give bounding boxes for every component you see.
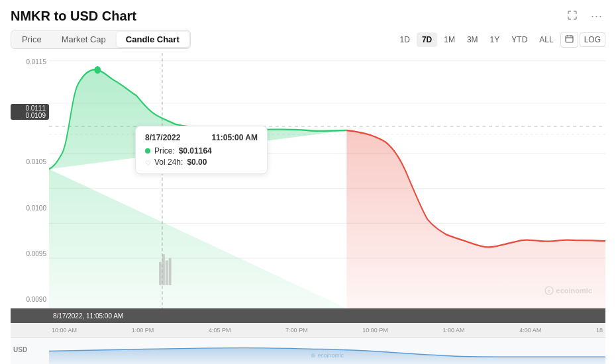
chart-header: NMKR to USD Chart ··· [11,8,605,24]
watermark: e ecoinomic [544,286,592,295]
x-label-7: 4:00 AM [519,327,541,334]
tab-market-cap[interactable]: Market Cap [52,32,115,47]
mini-chart: USD ⊕ ecoinomic [11,338,605,364]
x-label-2: 1:00 PM [132,327,154,334]
peak-dot [94,66,101,74]
vol-bar-1 [159,262,162,285]
x-axis-highlighted-label: 8/17/2022, 11:05:00 AM [49,311,127,321]
tab-price[interactable]: Price [13,32,51,47]
tooltip-time: 11:05:00 AM [211,133,258,142]
tabs-row: Price Market Cap Candle Chart 1D 7D 1M 3… [11,30,605,49]
y-label-6: 0.0090 [11,296,49,303]
timeframe-all[interactable]: ALL [534,32,558,47]
x-label-3: 4:05 PM [209,327,231,334]
price-dot-icon [145,148,150,154]
chart-area: 0.0115 0.01110.0109 0.0105 0.0100 0.0095… [11,53,605,364]
x-label-1: 10:00 AM [52,327,77,334]
mini-chart-svg: ⊕ ecoinomic [49,338,605,364]
tabs-left: Price Market Cap Candle Chart [11,30,191,49]
price-chart-svg [49,53,605,308]
vol-bar-3 [166,260,168,285]
x-labels-container: 10:00 AM 1:00 PM 4:05 PM 7:00 PM 10:00 P… [49,327,605,334]
svg-text:e: e [548,289,550,293]
red-area [346,130,605,308]
x-axis-labels: 10:00 AM 1:00 PM 4:05 PM 7:00 PM 10:00 P… [11,323,605,338]
heart-icon: ♡ [145,159,150,165]
main-chart: 0.0115 0.01110.0109 0.0105 0.0100 0.0095… [11,53,605,308]
header-icons: ··· [564,8,605,24]
tabs-right: 1D 7D 1M 3M 1Y YTD ALL LOG [395,32,605,48]
chart-body: 8/17/2022 11:05:00 AM Price: $0.01164 ♡ … [49,53,605,308]
y-axis: 0.0115 0.01110.0109 0.0105 0.0100 0.0095… [11,53,49,308]
x-label-6: 1:00 AM [443,327,465,334]
mini-watermark: ⊕ ecoinomic [311,352,344,359]
expand-button[interactable] [564,9,580,24]
y-label-4: 0.0100 [11,205,49,212]
timeframe-ytd[interactable]: YTD [506,32,533,47]
timeframe-1y[interactable]: 1Y [485,32,505,47]
more-button[interactable]: ··· [588,8,605,24]
y-label-2: 0.01110.0109 [11,104,49,120]
page-title: NMKR to USD Chart [11,9,136,24]
tooltip-datetime: 8/17/2022 11:05:00 AM [145,133,258,142]
green-area [49,69,346,308]
tooltip-date: 8/17/2022 [145,133,180,142]
timeframe-1m[interactable]: 1M [438,32,460,47]
watermark-icon: e [544,286,554,295]
mini-chart-inner: ⊕ ecoinomic [49,338,605,364]
timeframe-1d[interactable]: 1D [395,32,415,47]
y-label-3: 0.0105 [11,158,49,165]
y-label-1: 0.0115 [11,58,49,66]
x-label-8: 18 [596,327,603,334]
tooltip-price-row: Price: $0.01164 [145,146,258,156]
tab-candle-chart[interactable]: Candle Chart [117,32,189,47]
timeframe-3m[interactable]: 3M [462,32,484,47]
tooltip-vol-row: ♡ Vol 24h: $0.00 [145,158,258,167]
tooltip-price-label: Price: [154,146,175,156]
tooltip-vol-value: $0.00 [187,158,207,167]
calendar-button[interactable] [560,32,578,48]
svg-rect-0 [566,36,573,42]
vol-bar-2 [162,254,165,285]
y-label-5: 0.0095 [11,250,49,257]
x-axis-highlight-bar: 8/17/2022, 11:05:00 AM [11,308,605,323]
vol-bar-4 [169,258,172,285]
tooltip-price-value: $0.01164 [179,146,212,156]
usd-label: USD [13,346,27,349]
watermark-text: ecoinomic [556,287,592,295]
timeframe-7d[interactable]: 7D [417,32,437,47]
chart-tooltip: 8/17/2022 11:05:00 AM Price: $0.01164 ♡ … [135,126,268,174]
log-button[interactable]: LOG [580,32,605,47]
x-label-5: 10:00 PM [362,327,388,334]
tooltip-vol-label: Vol 24h: [154,158,183,167]
x-label-4: 7:00 PM [285,327,308,334]
